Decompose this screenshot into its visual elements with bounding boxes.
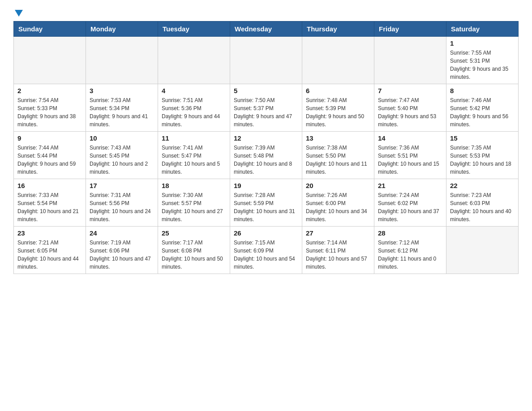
calendar-cell: 20Sunrise: 7:26 AMSunset: 6:00 PMDayligh… bbox=[302, 179, 374, 227]
day-number: 1 bbox=[450, 39, 515, 47]
day-number: 8 bbox=[450, 87, 515, 94]
day-number: 14 bbox=[378, 134, 442, 142]
calendar-cell bbox=[302, 37, 374, 84]
day-number: 10 bbox=[90, 134, 154, 142]
day-info: Sunrise: 7:30 AMSunset: 5:57 PMDaylight:… bbox=[162, 191, 226, 223]
calendar-cell: 1Sunrise: 7:55 AMSunset: 5:31 PMDaylight… bbox=[446, 37, 519, 84]
day-info: Sunrise: 7:23 AMSunset: 6:03 PMDaylight:… bbox=[450, 191, 515, 223]
day-number: 2 bbox=[17, 87, 82, 94]
day-info: Sunrise: 7:31 AMSunset: 5:56 PMDaylight:… bbox=[90, 191, 154, 223]
day-info: Sunrise: 7:51 AMSunset: 5:36 PMDaylight:… bbox=[162, 96, 226, 128]
logo bbox=[13, 9, 23, 17]
day-info: Sunrise: 7:38 AMSunset: 5:50 PMDaylight:… bbox=[306, 144, 370, 176]
day-info: Sunrise: 7:14 AMSunset: 6:11 PMDaylight:… bbox=[306, 239, 370, 271]
calendar-cell: 13Sunrise: 7:38 AMSunset: 5:50 PMDayligh… bbox=[302, 132, 374, 179]
calendar-cell bbox=[158, 37, 230, 84]
calendar-week-row: 23Sunrise: 7:21 AMSunset: 6:05 PMDayligh… bbox=[14, 227, 519, 274]
calendar-cell: 14Sunrise: 7:36 AMSunset: 5:51 PMDayligh… bbox=[374, 132, 446, 179]
day-info: Sunrise: 7:17 AMSunset: 6:08 PMDaylight:… bbox=[162, 239, 226, 271]
day-number: 3 bbox=[90, 87, 154, 94]
day-number: 26 bbox=[234, 229, 298, 237]
day-info: Sunrise: 7:33 AMSunset: 5:54 PMDaylight:… bbox=[17, 191, 82, 223]
day-number: 23 bbox=[17, 229, 82, 237]
day-number: 20 bbox=[306, 182, 370, 189]
calendar-cell: 21Sunrise: 7:24 AMSunset: 6:02 PMDayligh… bbox=[374, 179, 446, 227]
calendar-week-row: 2Sunrise: 7:54 AMSunset: 5:33 PMDaylight… bbox=[14, 84, 519, 132]
calendar-cell: 26Sunrise: 7:15 AMSunset: 6:09 PMDayligh… bbox=[230, 227, 302, 274]
day-info: Sunrise: 7:26 AMSunset: 6:00 PMDaylight:… bbox=[306, 191, 370, 223]
day-number: 9 bbox=[17, 134, 82, 142]
weekday-header-thursday: Thursday bbox=[302, 21, 374, 37]
calendar-table: SundayMondayTuesdayWednesdayThursdayFrid… bbox=[13, 21, 519, 274]
day-info: Sunrise: 7:54 AMSunset: 5:33 PMDaylight:… bbox=[17, 96, 82, 128]
calendar-cell: 23Sunrise: 7:21 AMSunset: 6:05 PMDayligh… bbox=[14, 227, 86, 274]
day-number: 13 bbox=[306, 134, 370, 142]
day-info: Sunrise: 7:21 AMSunset: 6:05 PMDaylight:… bbox=[17, 239, 82, 271]
calendar-cell: 8Sunrise: 7:46 AMSunset: 5:42 PMDaylight… bbox=[446, 84, 519, 132]
day-number: 7 bbox=[378, 87, 442, 94]
day-info: Sunrise: 7:15 AMSunset: 6:09 PMDaylight:… bbox=[234, 239, 298, 271]
day-info: Sunrise: 7:41 AMSunset: 5:47 PMDaylight:… bbox=[162, 144, 226, 176]
calendar-cell: 7Sunrise: 7:47 AMSunset: 5:40 PMDaylight… bbox=[374, 84, 446, 132]
calendar-cell: 25Sunrise: 7:17 AMSunset: 6:08 PMDayligh… bbox=[158, 227, 230, 274]
day-number: 15 bbox=[450, 134, 515, 142]
day-info: Sunrise: 7:24 AMSunset: 6:02 PMDaylight:… bbox=[378, 191, 442, 223]
calendar-cell: 22Sunrise: 7:23 AMSunset: 6:03 PMDayligh… bbox=[446, 179, 519, 227]
day-info: Sunrise: 7:12 AMSunset: 6:12 PMDaylight:… bbox=[378, 239, 442, 271]
day-number: 5 bbox=[234, 87, 298, 94]
day-number: 17 bbox=[90, 182, 154, 189]
day-number: 11 bbox=[162, 134, 226, 142]
calendar-cell bbox=[14, 37, 86, 84]
calendar-week-row: 1Sunrise: 7:55 AMSunset: 5:31 PMDaylight… bbox=[14, 37, 519, 84]
calendar-cell: 18Sunrise: 7:30 AMSunset: 5:57 PMDayligh… bbox=[158, 179, 230, 227]
calendar-cell: 27Sunrise: 7:14 AMSunset: 6:11 PMDayligh… bbox=[302, 227, 374, 274]
day-number: 28 bbox=[378, 229, 442, 237]
calendar-cell: 17Sunrise: 7:31 AMSunset: 5:56 PMDayligh… bbox=[86, 179, 158, 227]
calendar-cell: 19Sunrise: 7:28 AMSunset: 5:59 PMDayligh… bbox=[230, 179, 302, 227]
day-info: Sunrise: 7:46 AMSunset: 5:42 PMDaylight:… bbox=[450, 96, 515, 128]
calendar-cell: 3Sunrise: 7:53 AMSunset: 5:34 PMDaylight… bbox=[86, 84, 158, 132]
calendar-cell bbox=[230, 37, 302, 84]
day-number: 25 bbox=[162, 229, 226, 237]
day-info: Sunrise: 7:47 AMSunset: 5:40 PMDaylight:… bbox=[378, 96, 442, 128]
calendar-cell: 12Sunrise: 7:39 AMSunset: 5:48 PMDayligh… bbox=[230, 132, 302, 179]
day-number: 21 bbox=[378, 182, 442, 189]
day-number: 6 bbox=[306, 87, 370, 94]
weekday-header-saturday: Saturday bbox=[446, 21, 519, 37]
day-info: Sunrise: 7:55 AMSunset: 5:31 PMDaylight:… bbox=[450, 49, 515, 81]
day-info: Sunrise: 7:50 AMSunset: 5:37 PMDaylight:… bbox=[234, 96, 298, 128]
day-info: Sunrise: 7:36 AMSunset: 5:51 PMDaylight:… bbox=[378, 144, 442, 176]
day-info: Sunrise: 7:35 AMSunset: 5:53 PMDaylight:… bbox=[450, 144, 515, 176]
logo-triangle-icon bbox=[15, 10, 23, 17]
weekday-header-sunday: Sunday bbox=[14, 21, 86, 37]
calendar-cell: 16Sunrise: 7:33 AMSunset: 5:54 PMDayligh… bbox=[14, 179, 86, 227]
calendar-cell: 9Sunrise: 7:44 AMSunset: 5:44 PMDaylight… bbox=[14, 132, 86, 179]
calendar-cell: 10Sunrise: 7:43 AMSunset: 5:45 PMDayligh… bbox=[86, 132, 158, 179]
calendar-cell: 2Sunrise: 7:54 AMSunset: 5:33 PMDaylight… bbox=[14, 84, 86, 132]
day-info: Sunrise: 7:53 AMSunset: 5:34 PMDaylight:… bbox=[90, 96, 154, 128]
calendar-week-row: 16Sunrise: 7:33 AMSunset: 5:54 PMDayligh… bbox=[14, 179, 519, 227]
calendar-header-row: SundayMondayTuesdayWednesdayThursdayFrid… bbox=[14, 21, 519, 37]
day-number: 12 bbox=[234, 134, 298, 142]
calendar-cell: 5Sunrise: 7:50 AMSunset: 5:37 PMDaylight… bbox=[230, 84, 302, 132]
day-info: Sunrise: 7:44 AMSunset: 5:44 PMDaylight:… bbox=[17, 144, 82, 176]
weekday-header-monday: Monday bbox=[86, 21, 158, 37]
calendar-cell: 24Sunrise: 7:19 AMSunset: 6:06 PMDayligh… bbox=[86, 227, 158, 274]
calendar-cell: 4Sunrise: 7:51 AMSunset: 5:36 PMDaylight… bbox=[158, 84, 230, 132]
calendar-cell: 15Sunrise: 7:35 AMSunset: 5:53 PMDayligh… bbox=[446, 132, 519, 179]
weekday-header-tuesday: Tuesday bbox=[158, 21, 230, 37]
day-number: 27 bbox=[306, 229, 370, 237]
weekday-header-friday: Friday bbox=[374, 21, 446, 37]
calendar-cell bbox=[86, 37, 158, 84]
calendar-cell: 28Sunrise: 7:12 AMSunset: 6:12 PMDayligh… bbox=[374, 227, 446, 274]
calendar-cell: 11Sunrise: 7:41 AMSunset: 5:47 PMDayligh… bbox=[158, 132, 230, 179]
calendar-cell bbox=[446, 227, 519, 274]
day-info: Sunrise: 7:28 AMSunset: 5:59 PMDaylight:… bbox=[234, 191, 298, 223]
weekday-header-wednesday: Wednesday bbox=[230, 21, 302, 37]
day-info: Sunrise: 7:39 AMSunset: 5:48 PMDaylight:… bbox=[234, 144, 298, 176]
day-number: 16 bbox=[17, 182, 82, 189]
calendar-cell: 6Sunrise: 7:48 AMSunset: 5:39 PMDaylight… bbox=[302, 84, 374, 132]
page-header bbox=[13, 9, 519, 17]
day-number: 18 bbox=[162, 182, 226, 189]
day-number: 4 bbox=[162, 87, 226, 94]
